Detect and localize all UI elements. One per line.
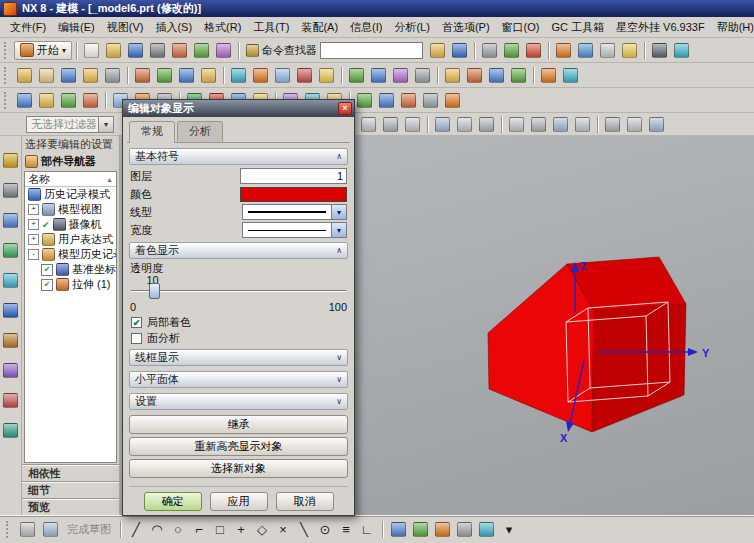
new-file-icon[interactable]	[81, 40, 102, 61]
menu-item-5[interactable]: 格式(R)	[198, 18, 247, 37]
cancel-button[interactable]: 取消	[276, 492, 334, 511]
open-icon[interactable]	[103, 40, 124, 61]
section-wireframe-display[interactable]: 线框显示 ∨	[129, 349, 348, 366]
r1b-icon-6[interactable]	[553, 40, 574, 61]
toolbar-grip[interactable]	[4, 42, 9, 59]
r4-icon-7[interactable]	[506, 114, 527, 135]
bottom_colored-icon-1[interactable]	[388, 519, 409, 540]
r4-icon-1[interactable]	[358, 114, 379, 135]
menu-item-12[interactable]: GC 工具箱	[545, 18, 610, 37]
r2-icon-6[interactable]	[132, 65, 153, 86]
r2-icon-24[interactable]	[560, 65, 581, 86]
r3-icon-17[interactable]	[398, 90, 419, 111]
start-button[interactable]: 开始 ▾	[14, 41, 72, 60]
bottom_colored-icon-5[interactable]	[476, 519, 497, 540]
command-finder-input[interactable]	[320, 42, 423, 59]
section-settings[interactable]: 设置 ∨	[129, 393, 348, 410]
menu-item-9[interactable]: 分析(L)	[388, 18, 435, 37]
menu-item-13[interactable]: 星空外挂 V6.933F	[610, 18, 711, 37]
details-section[interactable]: 细节	[22, 481, 119, 498]
r3-icon-18[interactable]	[420, 90, 441, 111]
tab-analysis[interactable]: 分析	[177, 121, 223, 142]
r2-icon-10[interactable]	[228, 65, 249, 86]
color-swatch[interactable]	[240, 187, 347, 202]
r1b-icon-10[interactable]	[649, 40, 670, 61]
r3-icon-2[interactable]	[36, 90, 57, 111]
sketch-constraints-icon[interactable]: ≡	[336, 520, 356, 540]
copy-icon[interactable]	[191, 40, 212, 61]
save-icon[interactable]	[125, 40, 146, 61]
finish-sketch-button[interactable]: 完成草图	[67, 522, 111, 537]
r1b-icon-9[interactable]	[619, 40, 640, 61]
assembly-navigator-icon[interactable]	[0, 150, 21, 171]
toolbar-grip[interactable]	[6, 521, 11, 538]
r2-icon-13[interactable]	[294, 65, 315, 86]
r4-icon-8[interactable]	[528, 114, 549, 135]
model-face-right[interactable]	[592, 304, 686, 432]
linetype-combo[interactable]: ▾	[242, 204, 347, 220]
r2-icon-7[interactable]	[154, 65, 175, 86]
r2-icon-17[interactable]	[390, 65, 411, 86]
reuse-library-icon[interactable]	[0, 240, 21, 261]
sketch-line-icon[interactable]: ╱	[126, 520, 146, 540]
quick-trim-icon[interactable]: ×	[273, 520, 293, 540]
tree-item-checkbox[interactable]: ✔	[41, 279, 53, 291]
r2-icon-18[interactable]	[412, 65, 433, 86]
r2-icon-19[interactable]	[442, 65, 463, 86]
tree-expand-toggle[interactable]: -	[28, 249, 39, 260]
roles-icon[interactable]	[0, 420, 21, 441]
r4-icon-6[interactable]	[476, 114, 497, 135]
r1b-icon-3[interactable]	[479, 40, 500, 61]
menu-item-4[interactable]: 插入(S)	[149, 18, 198, 37]
r2-icon-5[interactable]	[102, 65, 123, 86]
r2-icon-16[interactable]	[368, 65, 389, 86]
r1b-icon-11[interactable]	[671, 40, 692, 61]
section-facet-body[interactable]: 小平面体 ∨	[129, 371, 348, 388]
more-options-icon[interactable]: ▾	[499, 520, 519, 540]
sketch-chamfer-icon[interactable]: ╲	[294, 520, 314, 540]
r2-icon-22[interactable]	[508, 65, 529, 86]
dialog-title-bar[interactable]: 编辑对象显示 ×	[123, 100, 354, 117]
web-browser-icon[interactable]	[0, 300, 21, 321]
tree-item-model-history[interactable]: -模型历史记录	[25, 247, 116, 262]
history-icon[interactable]	[0, 330, 21, 351]
menu-item-7[interactable]: 装配(A)	[295, 18, 344, 37]
model-face-front[interactable]	[488, 264, 594, 432]
tree-item-model-views[interactable]: +模型视图	[25, 202, 116, 217]
r3-icon-3[interactable]	[58, 90, 79, 111]
preview-section[interactable]: 预览	[22, 498, 119, 515]
section-basic-symbols[interactable]: 基本符号 ∧	[129, 148, 348, 165]
hd3d-tools-icon[interactable]	[0, 270, 21, 291]
r4-icon-12[interactable]	[624, 114, 645, 135]
tree-item-checkbox[interactable]: ✔	[41, 264, 53, 276]
r2-icon-9[interactable]	[198, 65, 219, 86]
r3-icon-1[interactable]	[14, 90, 35, 111]
sketch-fillet-icon[interactable]: ⌐	[189, 520, 209, 540]
menu-item-14[interactable]: 帮助(H)	[711, 18, 754, 37]
tree-item-datum-csys[interactable]: ✔基准坐标	[25, 262, 116, 277]
menu-item-8[interactable]: 信息(I)	[344, 18, 388, 37]
paste-icon[interactable]	[213, 40, 234, 61]
r1b-icon-1[interactable]	[427, 40, 448, 61]
tree-expand-toggle[interactable]: +	[28, 204, 39, 215]
r4-icon-4[interactable]	[432, 114, 453, 135]
r2-icon-2[interactable]	[36, 65, 57, 86]
tree-column-header[interactable]: 名称 ▲	[25, 172, 116, 187]
sketch-point-icon[interactable]: +	[231, 520, 251, 540]
face-analysis-checkbox[interactable]	[131, 333, 142, 344]
tree-item-user-expressions[interactable]: +用户表达式	[25, 232, 116, 247]
apply-button[interactable]: 应用	[210, 492, 268, 511]
partial-shading-checkbox[interactable]: ✔	[131, 317, 142, 328]
r2-icon-12[interactable]	[272, 65, 293, 86]
r2-icon-20[interactable]	[464, 65, 485, 86]
sketch-circle-icon[interactable]: ○	[168, 520, 188, 540]
sketch-polygon-icon[interactable]: ◇	[252, 520, 272, 540]
layer-input[interactable]: 1	[240, 168, 347, 184]
menu-item-11[interactable]: 窗口(O)	[496, 18, 546, 37]
system-materials-icon[interactable]	[0, 360, 21, 381]
menu-item-10[interactable]: 首选项(P)	[436, 18, 496, 37]
r3-icon-19[interactable]	[442, 90, 463, 111]
r2-icon-8[interactable]	[176, 65, 197, 86]
r3-icon-4[interactable]	[80, 90, 101, 111]
select-new-object-button[interactable]: 选择新对象	[129, 459, 348, 478]
